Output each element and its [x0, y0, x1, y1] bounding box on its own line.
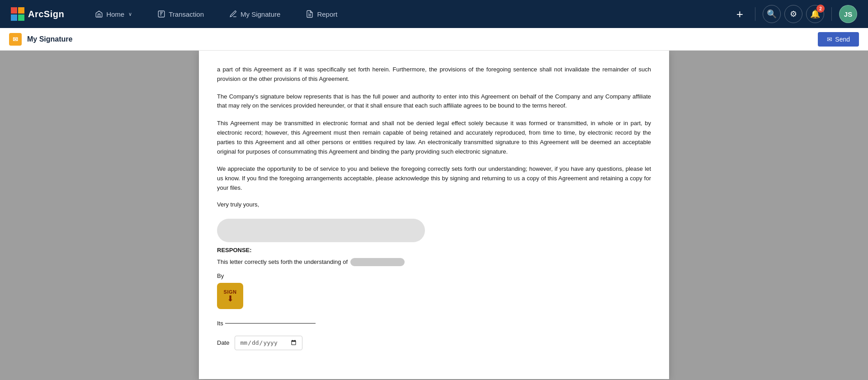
- gear-icon: ⚙: [790, 9, 797, 19]
- paragraph-2: The Company's signature below represents…: [217, 92, 651, 111]
- navbar: ArcSign Home ∨ Transaction My Signature: [0, 0, 868, 28]
- nav-item-my-signature[interactable]: My Signature: [217, 0, 293, 28]
- search-button[interactable]: 🔍: [763, 5, 781, 23]
- response-text-content: This letter correctly sets forth the und…: [217, 258, 348, 265]
- paragraph-4: We appreciate the opportunity to be of s…: [217, 164, 651, 192]
- notifications-button[interactable]: 🔔 2: [806, 5, 824, 23]
- main-nav: Home ∨ Transaction My Signature: [82, 0, 732, 28]
- my-signature-label: My Signature: [241, 10, 280, 18]
- notification-badge: 2: [816, 5, 825, 13]
- home-label: Home: [106, 10, 124, 18]
- my-sig-icon-letter: ✉: [13, 36, 18, 43]
- response-text: This letter correctly sets forth the und…: [217, 258, 651, 266]
- closing-text: Very truly yours,: [217, 201, 651, 208]
- nav-divider-1: [755, 7, 755, 21]
- navbar-right: + 🔍 ⚙ 🔔 2 JS: [732, 5, 857, 23]
- document-container: a part of this Agreement as if it was sp…: [199, 51, 669, 379]
- settings-button[interactable]: ⚙: [784, 5, 802, 23]
- logo-cell-blue: [11, 14, 17, 21]
- secondary-bar-title: My Signature: [27, 35, 72, 43]
- my-signature-icon: [229, 10, 237, 18]
- response-blurred-name: [350, 258, 405, 266]
- app-logo[interactable]: ArcSign: [11, 7, 64, 21]
- my-signature-icon-bar: ✉: [9, 33, 22, 46]
- app-name: ArcSign: [28, 9, 64, 19]
- home-chevron: ∨: [128, 11, 132, 17]
- by-label: By: [217, 272, 651, 279]
- its-line: Its: [217, 320, 651, 327]
- paragraph-3: This Agreement may be transmitted in ele…: [217, 119, 651, 156]
- report-label: Report: [317, 10, 337, 18]
- transaction-label: Transaction: [169, 10, 204, 18]
- date-row: Date: [217, 336, 651, 350]
- date-label: Date: [217, 339, 229, 346]
- signature-placeholder: [217, 219, 425, 242]
- date-input[interactable]: [235, 336, 302, 350]
- send-button[interactable]: ✉ Send: [818, 32, 859, 47]
- add-button[interactable]: +: [732, 8, 748, 20]
- sign-button[interactable]: SIGN ⬇: [217, 283, 243, 309]
- logo-grid: [11, 7, 24, 21]
- logo-cell-red: [11, 7, 17, 14]
- logo-cell-yellow: [18, 7, 24, 14]
- secondary-bar: ✉ My Signature ✉ Send: [0, 28, 868, 51]
- nav-item-report[interactable]: Report: [293, 0, 350, 28]
- sign-download-icon: ⬇: [227, 295, 234, 303]
- main-area: a part of this Agreement as if it was sp…: [0, 51, 868, 380]
- send-icon: ✉: [827, 36, 832, 43]
- search-icon: 🔍: [767, 9, 777, 19]
- paragraph-1: a part of this Agreement as if it was sp…: [217, 65, 651, 84]
- its-label: Its: [217, 320, 223, 327]
- svg-rect-0: [158, 11, 165, 17]
- send-label: Send: [835, 36, 850, 43]
- sign-text: SIGN: [224, 289, 237, 295]
- logo-cell-green: [18, 14, 24, 21]
- user-avatar[interactable]: JS: [839, 5, 857, 23]
- home-icon: [95, 10, 103, 18]
- nav-item-transaction[interactable]: Transaction: [145, 0, 217, 28]
- response-label: RESPONSE:: [217, 247, 651, 253]
- its-underline: [225, 323, 316, 324]
- nav-divider-2: [831, 7, 832, 21]
- transaction-icon: [157, 10, 165, 18]
- report-icon: [306, 10, 314, 18]
- nav-item-home[interactable]: Home ∨: [82, 0, 145, 28]
